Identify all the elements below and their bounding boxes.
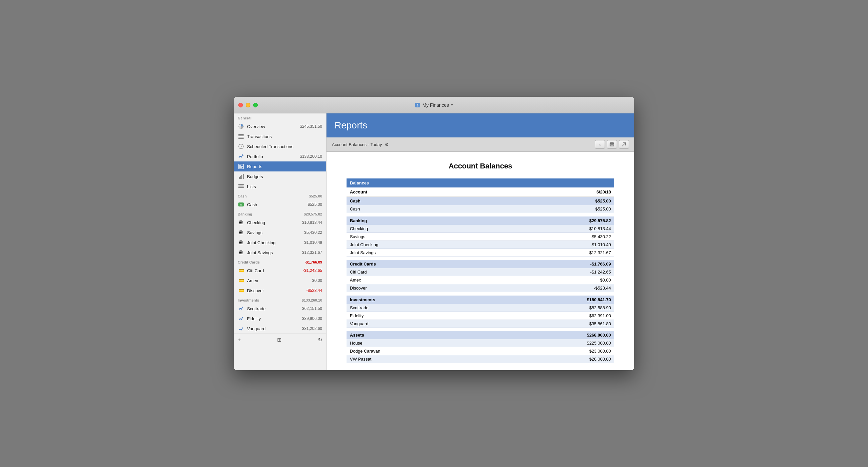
- sidebar-item-transactions[interactable]: Transactions: [234, 131, 326, 141]
- data-row-assets-2: Dodge Caravan $23,000.00: [346, 347, 614, 355]
- maximize-button[interactable]: [253, 103, 258, 107]
- category-row-cash: Cash $525.00: [346, 197, 614, 205]
- data-label-cc-1: Citi Card: [346, 268, 493, 276]
- toolbar-right: ‹: [595, 140, 629, 149]
- category-total-assets: $268,000.00: [493, 331, 614, 339]
- sidebar-bottom: + ⊞ ↻: [234, 334, 326, 345]
- svg-rect-4: [238, 135, 244, 136]
- account-icon-button[interactable]: ⊞: [277, 337, 281, 343]
- reports-icon: [238, 163, 244, 170]
- sidebar-item-overview[interactable]: Overview $245,351.50: [234, 122, 326, 131]
- report-table: Balances Account 6/20/18 Cash $525.00: [346, 178, 614, 363]
- sidebar-item-joint-savings[interactable]: 🏛 Joint Savings $12,321.67: [234, 247, 326, 258]
- cash-icon: $: [238, 201, 244, 208]
- transactions-icon: [238, 133, 244, 140]
- main-layout: General Overview $245,351.50: [234, 113, 634, 370]
- toolbar-print-button[interactable]: [607, 140, 617, 149]
- report-inner: Account Balances Balances Account 6/20/1…: [327, 152, 634, 370]
- data-value-assets-1: $225,000.00: [493, 339, 614, 347]
- sidebar-item-joint-checking[interactable]: 🏛 Joint Checking $1,010.49: [234, 237, 326, 247]
- section-label-cash: Cash: [238, 194, 247, 198]
- category-label-cc: Credit Cards: [346, 260, 493, 268]
- data-value-banking-4: $12,321.67: [493, 248, 614, 257]
- sidebar-item-checking[interactable]: 🏛 Checking $10,813.44: [234, 218, 326, 228]
- sidebar-label-savings: Savings: [247, 230, 305, 235]
- portfolio-icon: [238, 153, 244, 160]
- svg-rect-13: [239, 167, 242, 168]
- data-row-invest-2: Fidelity $62,391.00: [346, 311, 614, 320]
- content-area: Reports Account Balances - Today ⚙ ‹: [327, 113, 634, 370]
- data-row-cc-1: Citi Card -$1,242.65: [346, 268, 614, 276]
- cc-icon-citi: 💳: [238, 267, 244, 274]
- report-content: Account Balances Balances Account 6/20/1…: [327, 152, 634, 370]
- add-account-button[interactable]: +: [238, 337, 241, 343]
- sidebar-item-portfolio[interactable]: Portfolio $133,260.10: [234, 152, 326, 162]
- sidebar-item-cash[interactable]: $ Cash $525.00: [234, 199, 326, 209]
- sidebar-section-banking: Banking $29,575.82: [234, 209, 326, 218]
- sidebar-item-scheduled[interactable]: Scheduled Transactions: [234, 141, 326, 152]
- refresh-button[interactable]: ↻: [318, 337, 322, 343]
- bank-icon-savings: 🏛: [238, 229, 244, 236]
- sidebar-item-savings[interactable]: 🏛 Savings $5,430.22: [234, 228, 326, 237]
- data-row-invest-1: Scottrade $82,588.90: [346, 304, 614, 312]
- cc-icon-amex: 💳: [238, 277, 244, 284]
- data-row-cash-1: Cash $525.00: [346, 205, 614, 213]
- data-value-assets-2: $23,000.00: [493, 347, 614, 355]
- data-value-invest-2: $62,391.00: [493, 311, 614, 320]
- toolbar-export-button[interactable]: [619, 140, 629, 149]
- data-row-cc-3: Discover -$523.44: [346, 284, 614, 292]
- toolbar-back-button[interactable]: ‹: [595, 140, 605, 149]
- sidebar-label-cash: Cash: [247, 202, 308, 207]
- sidebar-value-portfolio: $133,260.10: [300, 154, 322, 159]
- data-label-banking-3: Joint Checking: [346, 240, 493, 248]
- category-label-assets: Assets: [346, 331, 493, 339]
- minimize-button[interactable]: [246, 103, 250, 107]
- section-label-cc: Credit Cards: [238, 260, 260, 264]
- data-label-assets-2: Dodge Caravan: [346, 347, 493, 355]
- sidebar-value-scottrade: $62,151.50: [302, 306, 322, 311]
- data-row-banking-1: Checking $10,813.44: [346, 225, 614, 233]
- sidebar-item-reports[interactable]: Reports: [234, 162, 326, 171]
- sidebar-label-amex: Amex: [247, 278, 312, 283]
- data-row-banking-3: Joint Checking $1,010.49: [346, 240, 614, 248]
- sidebar-section-cc: Credit Cards -$1,766.09: [234, 258, 326, 266]
- sidebar-label-checking: Checking: [247, 220, 302, 225]
- sidebar-label-transactions: Transactions: [247, 134, 322, 139]
- close-button[interactable]: [238, 103, 243, 107]
- data-value-banking-2: $5,430.22: [493, 233, 614, 240]
- svg-rect-16: [241, 175, 242, 179]
- toolbar-gear-icon[interactable]: ⚙: [384, 142, 389, 147]
- sidebar-item-vanguard[interactable]: Vanguard $31,202.60: [234, 324, 326, 334]
- svg-text:$: $: [417, 104, 418, 107]
- data-label-cc-2: Amex: [346, 276, 493, 284]
- balances-header-row: Balances: [346, 178, 614, 188]
- print-icon: [610, 142, 614, 147]
- sidebar-item-scottrade[interactable]: Scottrade $62,151.50: [234, 304, 326, 313]
- data-label-banking-2: Savings: [346, 233, 493, 240]
- data-label-banking-1: Checking: [346, 225, 493, 233]
- sidebar-item-discover[interactable]: 💳 Discover -$523.44: [234, 286, 326, 296]
- sidebar-label-portfolio: Portfolio: [247, 154, 300, 159]
- sidebar-item-citi[interactable]: 💳 Citi Card -$1,242.65: [234, 266, 326, 275]
- sidebar-label-citi: Citi Card: [247, 268, 303, 273]
- sidebar-label-lists: Lists: [247, 184, 322, 189]
- budgets-icon: [238, 173, 244, 180]
- sidebar-item-fidelity[interactable]: Fidelity $39,906.00: [234, 313, 326, 324]
- sidebar-item-budgets[interactable]: Budgets: [234, 171, 326, 181]
- svg-rect-14: [239, 177, 240, 179]
- svg-rect-15: [240, 176, 241, 179]
- svg-rect-12: [239, 166, 243, 167]
- category-total-banking: $29,575.82: [493, 216, 614, 225]
- category-label-cash: Cash: [346, 197, 493, 205]
- section-label-general: General: [238, 116, 251, 120]
- sidebar-item-amex[interactable]: 💳 Amex $0.00: [234, 275, 326, 286]
- data-label-assets-3: VW Passat: [346, 355, 493, 363]
- sidebar-label-budgets: Budgets: [247, 174, 322, 179]
- sidebar-item-lists[interactable]: Lists: [234, 181, 326, 192]
- svg-rect-3: [238, 134, 244, 135]
- dropdown-icon[interactable]: ▾: [451, 103, 453, 107]
- data-value-cash-1: $525.00: [493, 205, 614, 213]
- section-total-cc: -$1,766.09: [305, 260, 322, 264]
- data-value-banking-3: $1,010.49: [493, 240, 614, 248]
- section-total-cash: $525.00: [309, 194, 322, 198]
